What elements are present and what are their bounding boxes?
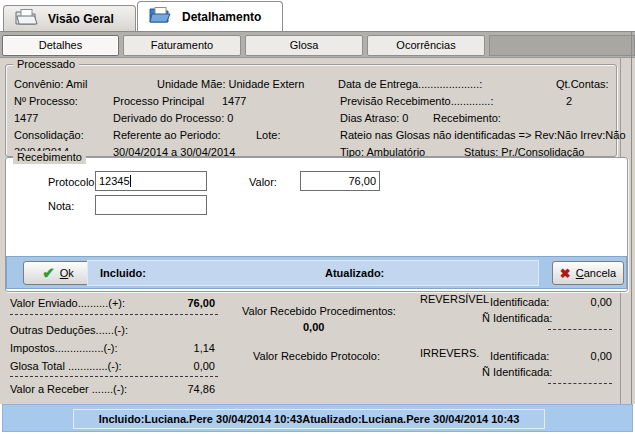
text-caret [130,175,131,187]
summary-separator [10,376,218,377]
valor-input[interactable]: 76,00 [300,171,380,191]
action-band: ✔ Ok Incluido: Atualizado: ✖ Cancela [6,256,627,289]
summary-row-valor-enviado: Valor Enviado..........(+): 76,00 [10,297,215,310]
rev-identificada-label: Identificada: [490,296,549,309]
unidade-mae-field: Unidade Mãe: Unidade Extern [157,78,337,91]
dias-atraso-field: Dias Atraso: 0 [340,112,408,125]
summary-row-valor-a-receber: Valor a Receber .......(-): 74,86 [10,383,215,396]
cancela-button[interactable]: ✖ Cancela [552,261,624,285]
irr-identificada-row: Identificada: 0,00 [490,350,612,363]
subtab-strip: Detalhes Faturamento Glosa Ocorrências [0,31,635,58]
impostos-label: Impostos................(-): [10,342,118,355]
impostos-value: 1,14 [194,342,215,355]
folder-closed-icon [14,8,40,29]
tab-label: Visão Geral [48,12,114,26]
qt-contas-label: Qt.Contas: [556,78,609,91]
cancela-button-label: Cancela [576,267,616,279]
recebido-procedimentos-value: 0,00 [303,321,324,334]
rev-identificada-row: Identificada: 0,00 [490,296,612,309]
irr-identificada-value: 0,00 [591,350,612,363]
check-icon: ✔ [42,266,55,280]
rateio-field: Rateio nas Glosas não identificadas => R… [340,129,626,142]
rev-n-identificada-label: Ñ Identificada: [482,312,552,325]
tab-label: Detalhamento [182,10,261,24]
folder-open-icon [148,6,174,27]
summary-separator [10,314,218,315]
irr-n-identificada-label: Ñ Identificada: [482,366,552,379]
valor-a-receber-value: 74,86 [187,383,215,396]
rev-separator [548,329,612,330]
rev-identificada-value: 0,00 [591,296,612,309]
irr-separator [548,383,612,384]
reversivel-label: REVERSÍVEL [420,293,489,306]
processo-principal-value: 1477 [222,95,246,108]
nota-label: Nota: [48,200,74,213]
protocolo-value: 12345 [99,175,130,187]
data-entrega-label: Data de Entrega....................: [338,78,482,91]
status-bar: Incluido:Luciana.Pere 30/04/2014 10:43At… [2,404,633,432]
lote-label: Lote: [256,129,280,142]
protocolo-input[interactable]: 12345 [95,171,207,191]
page-border-outer [631,31,632,432]
num-processo-label: Nº Processo: [14,95,78,108]
summary-row-glosa-total: Glosa Total .............(-): 0,00 [10,360,215,373]
num-processo-value: 1477 [14,112,38,125]
valor-label: Valor: [249,176,277,189]
tab-detalhamento[interactable]: Detalhamento [137,1,283,31]
app-window: Visão Geral Detalhamento Detalhes Fatura… [0,0,635,434]
previsao-recebimento-label: Previsão Recebimento.............: [340,95,493,108]
status-incluido: Incluido:Luciana.Pere 30/04/2014 10:43 [99,413,303,425]
protocolo-label: Protocolo: [48,176,98,189]
subtab-filler [489,35,635,56]
incluido-label: Incluido: [100,267,146,279]
processo-principal-label: Processo Principal [113,95,204,108]
qt-contas-value: 2 [566,95,572,108]
ok-button[interactable]: ✔ Ok [23,261,93,285]
x-icon: ✖ [560,267,571,280]
recebimento-label: Recebimento: [433,112,501,125]
referente-periodo-label: Referente ao Periodo: [113,129,221,142]
status-atualizado: Atualizado:Luciana.Pere 30/04/2014 10:43 [302,413,519,425]
recebido-procedimentos-label: Valor Recebido Procedimentos: [242,305,396,318]
summary-row-outras-deducoes: Outras Deduções......(-): [10,324,215,337]
valor-enviado-label: Valor Enviado..........(+): [10,297,125,310]
convenio-field: Convênio: Amil [14,78,87,91]
groupbox-processado-title: Processado [13,58,79,71]
irrevers-label: IRREVERS. [420,347,479,360]
ok-button-label: Ok [60,267,74,279]
valor-a-receber-label: Valor a Receber .......(-): [10,383,127,396]
audit-panel: Incluido: Atualizado: [87,260,539,286]
groupbox-recebimento-title: Recebimento [13,151,86,164]
consolidacao-label: Consolidação: [14,129,84,142]
subtab-detalhes[interactable]: Detalhes [2,35,119,56]
derivado-processo-field: Derivado do Processo: 0 [113,112,233,125]
subtab-faturamento[interactable]: Faturamento [123,35,241,56]
atualizado-label: Atualizado: [325,267,384,279]
tab-visao-geral[interactable]: Visão Geral [3,5,136,31]
audit-status-box: Incluido:Luciana.Pere 30/04/2014 10:43At… [73,409,545,429]
nota-input[interactable] [95,195,207,215]
glosa-total-value: 0,00 [194,360,215,373]
subtab-ocorrencias[interactable]: Ocorrências [367,35,485,56]
irr-identificada-label: Identificada: [490,350,549,363]
recebido-protocolo-label: Valor Recebido Protocolo: [253,350,380,363]
valor-enviado-value: 76,00 [187,297,215,310]
outras-deducoes-label: Outras Deduções......(-): [10,324,128,337]
summary-row-impostos: Impostos................(-): 1,14 [10,342,215,355]
subtab-glosa[interactable]: Glosa [245,35,363,56]
glosa-total-label: Glosa Total .............(-): [10,360,122,373]
